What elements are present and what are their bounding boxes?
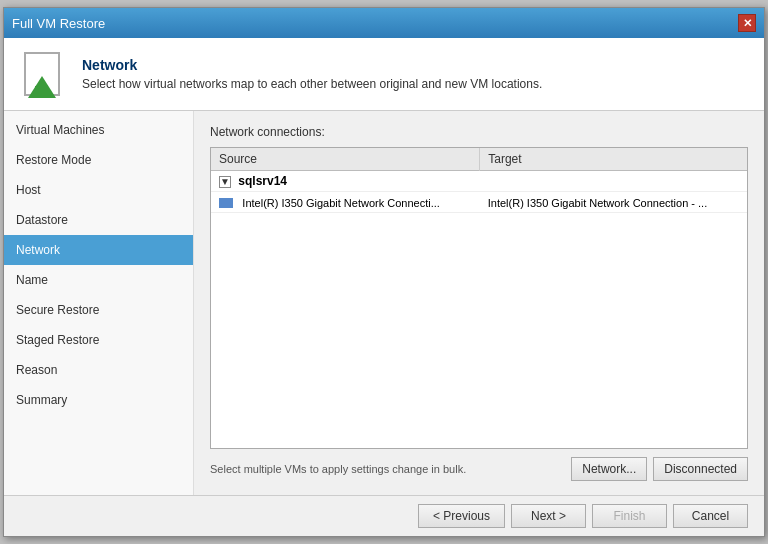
section-title: Network connections: (210, 125, 748, 139)
header-icon (20, 50, 68, 98)
nic-source-cell: Intel(R) I350 Gigabit Network Connecti..… (211, 192, 480, 213)
sidebar-item-datastore[interactable]: Datastore (4, 205, 193, 235)
window-body: Network Select how virtual networks map … (4, 38, 764, 536)
col-source: Source (211, 148, 480, 171)
sidebar-item-summary[interactable]: Summary (4, 385, 193, 415)
server-cell: ▼ sqlsrv14 (211, 171, 747, 192)
table-header-row: Source Target (211, 148, 747, 171)
main-window: Full VM Restore ✕ Network Select how vir… (3, 7, 765, 537)
nic-target-text: Intel(R) I350 Gigabit Network Connection… (488, 197, 707, 209)
cancel-button[interactable]: Cancel (673, 504, 748, 528)
close-button[interactable]: ✕ (738, 14, 756, 32)
next-button[interactable]: Next > (511, 504, 586, 528)
header-area: Network Select how virtual networks map … (4, 38, 764, 111)
bottom-bar-network: Select multiple VMs to apply settings ch… (210, 457, 748, 481)
sidebar: Virtual Machines Restore Mode Host Datas… (4, 111, 194, 495)
arrow-up-icon (28, 76, 56, 98)
sidebar-item-staged-restore[interactable]: Staged Restore (4, 325, 193, 355)
col-target: Target (480, 148, 747, 171)
nic-source-text: Intel(R) I350 Gigabit Network Connecti..… (242, 197, 439, 209)
network-table: Source Target ▼ sqlsrv14 (211, 148, 747, 213)
footer: < Previous Next > Finish Cancel (4, 495, 764, 536)
header-text: Network Select how virtual networks map … (82, 57, 542, 91)
table-row-server[interactable]: ▼ sqlsrv14 (211, 171, 747, 192)
main-panel: Network connections: Source Target (194, 111, 764, 495)
header-title: Network (82, 57, 542, 73)
sidebar-item-secure-restore[interactable]: Secure Restore (4, 295, 193, 325)
server-name: sqlsrv14 (238, 174, 287, 188)
network-table-container[interactable]: Source Target ▼ sqlsrv14 (210, 147, 748, 449)
hint-text: Select multiple VMs to apply settings ch… (210, 463, 466, 475)
table-row-nic[interactable]: Intel(R) I350 Gigabit Network Connecti..… (211, 192, 747, 213)
nic-target-cell: Intel(R) I350 Gigabit Network Connection… (480, 192, 747, 213)
sidebar-item-host[interactable]: Host (4, 175, 193, 205)
sidebar-item-network[interactable]: Network (4, 235, 193, 265)
sidebar-item-reason[interactable]: Reason (4, 355, 193, 385)
sidebar-item-name[interactable]: Name (4, 265, 193, 295)
sidebar-item-virtual-machines[interactable]: Virtual Machines (4, 115, 193, 145)
sidebar-item-restore-mode[interactable]: Restore Mode (4, 145, 193, 175)
nic-icon (219, 198, 233, 208)
finish-button[interactable]: Finish (592, 504, 667, 528)
content-area: Virtual Machines Restore Mode Host Datas… (4, 111, 764, 495)
previous-button[interactable]: < Previous (418, 504, 505, 528)
network-btn-group: Network... Disconnected (571, 457, 748, 481)
disconnected-button[interactable]: Disconnected (653, 457, 748, 481)
window-title: Full VM Restore (12, 16, 105, 31)
header-description: Select how virtual networks map to each … (82, 77, 542, 91)
title-bar: Full VM Restore ✕ (4, 8, 764, 38)
tree-toggle-icon[interactable]: ▼ (219, 176, 231, 188)
network-button[interactable]: Network... (571, 457, 647, 481)
